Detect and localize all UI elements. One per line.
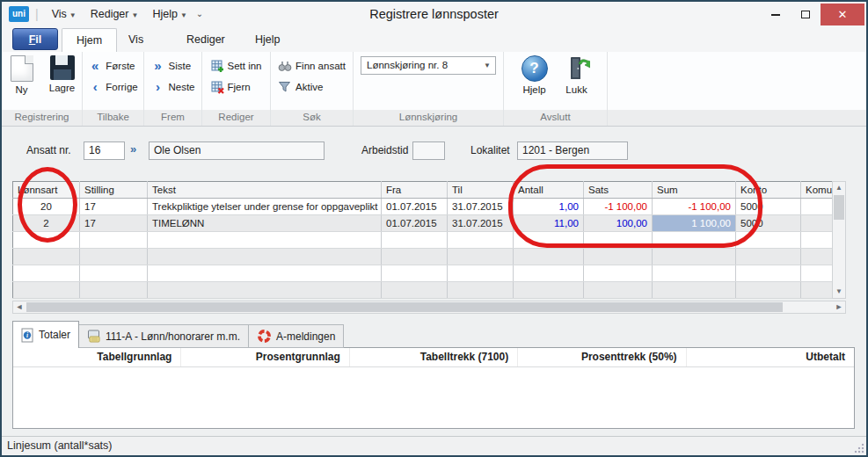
arbeidstid-label: Arbeidstid [361,144,408,156]
tab-hjem[interactable]: Hjem [62,28,117,52]
payroll-grid: Lønnsart Stilling Tekst Fra Til Antall S… [12,181,846,313]
tab-hjelp[interactable]: Hjelp [241,28,295,52]
group-label: Søk [271,110,353,126]
lagre-button[interactable]: Lagre [44,55,81,93]
vertical-scrollbar[interactable]: ▲ ▼ [832,181,846,299]
arbeidstid-field[interactable] [412,141,445,160]
forrige-button[interactable]: ‹Forrige [88,80,137,94]
report-document-icon [87,330,101,343]
customize-quick-access-icon[interactable]: ⌄ [196,9,203,18]
minimize-button[interactable] [761,4,791,25]
lukk-button[interactable]: Lukk [558,55,595,95]
menu-hjelp[interactable]: Hjelp▼ [145,4,193,24]
cell-komunnr[interactable] [801,215,833,232]
tab-ameldingen[interactable]: A-meldingen [249,324,344,348]
ribbon-tabrow: Fil Hjem Vis Rediger Hjelp [2,25,866,52]
ny-button[interactable]: Ny [4,55,40,95]
group-rediger: Sett inn Fjern Rediger [202,52,271,126]
col-prosenttrekk: Prosenttrekk (50%) [518,348,686,366]
exit-door-icon [564,55,590,82]
cell-konto[interactable]: 5000 [736,199,801,215]
chevron-down-icon: ▼ [69,11,77,19]
horizontal-scrollbar[interactable]: ◄ ► [12,301,846,314]
scroll-right-icon[interactable]: ► [833,301,845,313]
grid-row-empty [13,265,833,282]
cell-lonnsart[interactable]: 20 [13,199,80,215]
scroll-left-icon[interactable]: ◄ [13,301,26,313]
lookup-button[interactable]: » [130,142,136,156]
scroll-up-icon[interactable]: ▲ [833,182,845,194]
chevron-down-icon: ▼ [131,11,138,19]
cell-fra[interactable]: 01.07.2015 [382,215,448,232]
col-komunnr: Komunnr [801,182,833,199]
siste-button[interactable]: »Siste [150,59,194,73]
group-tilbake: «Første ‹Forrige Tilbake [83,52,144,126]
cell-sats[interactable]: 100,00 [584,215,653,232]
status-text: Linjesum (antall*sats) [7,439,113,452]
cell-sum[interactable]: -1 100,00 [653,199,736,215]
group-avslutt: ? Hjelp Lukk Avslutt [504,52,608,126]
aktive-button[interactable]: Aktive [278,80,346,94]
cell-stilling[interactable]: 17 [80,199,148,215]
scroll-down-icon[interactable]: ▼ [833,286,845,298]
totaler-header-row: Tabellgrunnlag Prosentgrunnlag Tabelltre… [13,348,854,367]
col-tabellgrunnlag: Tabellgrunnlag [13,348,181,366]
group-label: Tilbake [83,110,143,126]
tab-111a[interactable]: 111-A - Lønn/honorarer m.m. [79,324,249,348]
grid-header-row: Lønnsart Stilling Tekst Fra Til Antall S… [13,182,833,199]
lonnskjoring-select[interactable]: Lønnskjøring nr. 8 ▼ [361,56,496,75]
neste-button[interactable]: ›Neste [150,80,194,94]
cell-sum-selected[interactable]: 1 100,00 [653,215,736,232]
cell-tekst[interactable]: TIMELØNN [148,215,382,232]
col-sum: Sum [653,182,736,199]
close-button[interactable]: ✕ [821,4,864,25]
vertical-scroll-thumb[interactable] [834,195,844,220]
titlebar: uni | Vis▼ Rediger▼ Hjelp▼ ⌄ Registrere … [2,2,866,25]
cell-sats[interactable]: -1 100,00 [584,199,653,215]
tab-totaler[interactable]: i Totaler [12,321,79,348]
insert-row-icon [211,60,224,73]
group-label: Registrering [2,110,82,126]
maximize-button[interactable] [791,4,821,25]
grid-row-empty [13,249,833,265]
group-sok: Finn ansatt Aktive Søk [271,52,354,126]
ansatt-nr-input[interactable]: 16 [84,141,125,160]
cell-komunnr[interactable] [801,199,833,215]
col-prosentgrunnlag: Prosentgrunnlag [181,348,349,366]
cell-stilling[interactable]: 17 [80,215,148,232]
resize-grip[interactable] [854,443,864,453]
menu-vis[interactable]: Vis▼ [45,4,84,24]
sett-inn-button[interactable]: Sett inn [211,59,262,73]
grid-row-empty [13,282,833,299]
lokalitet-label: Lokalitet [470,144,510,156]
cell-lonnsart[interactable]: 2 [13,215,80,232]
col-fra: Fra [382,182,448,199]
hjelp-button[interactable]: ? Hjelp [516,55,553,95]
forste-button[interactable]: «Første [88,59,137,73]
cell-antall[interactable]: 11,00 [514,215,584,232]
chevron-down-icon: ▼ [180,11,187,19]
maximize-icon [801,11,810,18]
tab-vis[interactable]: Vis [114,28,157,52]
bottom-tabs: i Totaler 111-A - Lønn/honorarer m.m. A-… [12,321,344,348]
col-antall: Antall [514,182,584,199]
fjern-button[interactable]: Fjern [211,80,262,94]
col-tabelltrekk: Tabelltrekk (7100) [350,348,518,366]
cell-antall[interactable]: 1,00 [514,199,584,215]
cell-til[interactable]: 31.07.2015 [448,199,514,215]
lokalitet-field: 1201 - Bergen [517,141,628,160]
cell-fra[interactable]: 01.07.2015 [382,199,448,215]
cell-til[interactable]: 31.07.2015 [448,215,514,232]
help-question-icon: ? [522,55,548,82]
menu-rediger[interactable]: Rediger▼ [84,4,146,24]
col-til: Til [448,182,514,199]
finn-ansatt-button[interactable]: Finn ansatt [278,59,346,73]
grid-row-empty [13,232,833,249]
tab-fil[interactable]: Fil [12,28,58,50]
ansatt-nr-label: Ansatt nr. [26,144,71,156]
tab-rediger[interactable]: Rediger [172,28,239,52]
cell-konto[interactable]: 5000 [736,215,801,232]
horizontal-scroll-thumb[interactable] [26,302,783,312]
minimize-icon [771,14,780,16]
cell-tekst[interactable]: Trekkpliktige ytelser under grense for o… [148,199,382,215]
